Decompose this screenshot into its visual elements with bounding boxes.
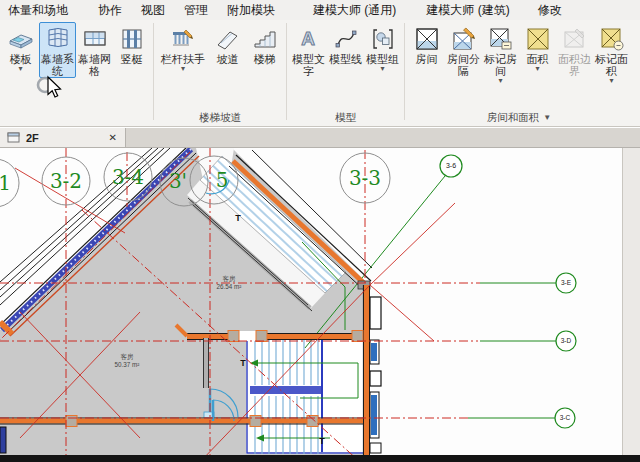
grid-bubble-3-4[interactable]: 3-4: [104, 153, 152, 201]
menu-tab-modify[interactable]: 修改: [538, 2, 562, 19]
room-icon: [414, 26, 440, 52]
grid-ref-bubbles: 3-6 3-E 3-D 3-C: [440, 155, 576, 428]
window-bottom-edge: [0, 455, 640, 462]
ribbon: 楼板 ▾ 幕墙系统: [0, 20, 640, 127]
grid-bubble-3-1[interactable]: 3-1: [0, 159, 19, 207]
menu-bar: 体量和场地 协作 视图 管理 附加模块 建模大师 (通用) 建模大师 (建筑) …: [0, 0, 640, 20]
close-icon[interactable]: ✕: [109, 132, 117, 143]
model-text-button[interactable]: A 模型文字: [290, 22, 327, 78]
tag-area-label: 标记面积: [594, 53, 629, 77]
ramp-button[interactable]: 坡道: [209, 22, 246, 66]
drawing-canvas[interactable]: T T T 客房 26.54 m² 客房 50.37 m² 3-1 3-2: [0, 148, 622, 455]
room-label: 房间: [416, 53, 438, 65]
room-area[interactable]: 26.54 m²: [217, 283, 242, 290]
ribbon-group-model: A 模型文字 模型线: [288, 20, 403, 126]
ramp-label: 坡道: [217, 53, 239, 65]
model-line-label: 模型线: [329, 53, 362, 65]
tag-room-button[interactable]: 标记房间 ▾: [482, 22, 519, 86]
ribbon-group-room-area: 房间 房间分隔: [406, 20, 632, 126]
mullion-button[interactable]: 竖梃: [113, 22, 150, 66]
tag-area-button[interactable]: 标记面积 ▾: [593, 22, 630, 86]
canvas-right-gutter: [622, 148, 640, 455]
view-tab-label: 2F: [26, 132, 39, 144]
door-tag[interactable]: T: [240, 358, 246, 368]
tag-room-label: 标记房间: [483, 53, 518, 77]
svg-text:3-3: 3-3: [349, 166, 381, 190]
room-separator-label: 房间分隔: [446, 53, 481, 77]
curtain-system-label: 幕墙系统: [40, 53, 75, 77]
grid-bubble-3-d[interactable]: 3-D: [556, 331, 576, 351]
ribbon-separator: [404, 23, 405, 120]
svg-text:3-C: 3-C: [560, 414, 571, 421]
grid-bubble-3-c[interactable]: 3-C: [555, 408, 575, 428]
area-boundary-button: 面积边界: [556, 22, 593, 78]
room-name[interactable]: 客房: [223, 275, 237, 283]
model-text-icon: A: [296, 26, 322, 52]
ribbon-separator: [286, 23, 287, 120]
svg-text:3-1: 3-1: [0, 171, 11, 195]
curtain-grid-button[interactable]: 幕墙网格: [76, 22, 113, 78]
menu-tab-massing-site[interactable]: 体量和场地: [8, 2, 68, 19]
menu-tab-modeling-master-arch[interactable]: 建模大师 (建筑): [426, 2, 509, 19]
menu-tab-modeling-master-general[interactable]: 建模大师 (通用): [313, 2, 396, 19]
menu-tab-collaborate[interactable]: 协作: [98, 2, 122, 19]
railing-icon: [170, 26, 196, 52]
menu-tab-manage[interactable]: 管理: [184, 2, 208, 19]
dropdown-arrow-icon[interactable]: ▾: [18, 65, 22, 73]
dropdown-arrow-icon[interactable]: ▾: [498, 77, 502, 85]
area-icon: [525, 26, 551, 52]
grid-bubble-3-3[interactable]: 3-3: [340, 153, 390, 203]
menu-tab-addins[interactable]: 附加模块: [227, 2, 275, 19]
svg-text:3-D: 3-D: [561, 337, 572, 344]
room-name[interactable]: 客房: [121, 353, 135, 361]
ribbon-group-room-area-label[interactable]: 房间和面积 ▼: [408, 110, 630, 126]
dropdown-arrow-icon[interactable]: ▾: [380, 65, 384, 73]
stair-label: 楼梯: [254, 53, 276, 65]
ramp-icon: [215, 26, 241, 52]
tag-area-icon: [599, 26, 625, 52]
door-tag[interactable]: T: [235, 213, 241, 223]
svg-text:3-2: 3-2: [50, 169, 82, 193]
view-tab-2f[interactable]: 2F ✕: [0, 128, 126, 147]
model-line-button[interactable]: 模型线: [327, 22, 364, 66]
svg-text:3-6: 3-6: [446, 162, 456, 169]
curtain-system-button[interactable]: 幕墙系统: [39, 22, 76, 78]
east-wall[interactable]: [364, 285, 382, 455]
model-line-icon: [333, 26, 359, 52]
curtain-system-icon: [45, 26, 71, 52]
svg-text:5: 5: [216, 168, 229, 192]
room-separator-button[interactable]: 房间分隔: [445, 22, 482, 78]
curtain-grid-label: 幕墙网格: [77, 53, 112, 77]
stair-button[interactable]: 楼梯: [246, 22, 283, 66]
view-tab-bar: 2F ✕: [0, 128, 640, 148]
grid-bubble-3-e[interactable]: 3-E: [556, 273, 576, 293]
menu-tab-view[interactable]: 视图: [141, 2, 165, 19]
floor-button[interactable]: 楼板 ▾: [2, 22, 39, 74]
grid-bubble-3-6[interactable]: 3-6: [440, 155, 462, 177]
model-group-button[interactable]: 模型组 ▾: [364, 22, 401, 74]
door-tag[interactable]: T: [319, 436, 325, 446]
railing-button[interactable]: 栏杆扶手 ▾: [157, 22, 209, 74]
floor-plan-2f: T T T 客房 26.54 m² 客房 50.37 m² 3-1 3-2: [0, 148, 622, 455]
room-area-panel-title: 房间和面积: [487, 111, 540, 125]
dropdown-arrow-icon[interactable]: ▾: [535, 65, 539, 73]
revit-window: 体量和场地 协作 视图 管理 附加模块 建模大师 (通用) 建模大师 (建筑) …: [0, 0, 640, 462]
room-button[interactable]: 房间: [408, 22, 445, 66]
ribbon-group-stairs-ramps-label: 楼梯坡道: [157, 110, 283, 126]
dropdown-arrow-icon[interactable]: ▾: [609, 77, 613, 85]
svg-text:3-E: 3-E: [561, 279, 572, 286]
curtain-grid-icon: [82, 26, 108, 52]
svg-text:3': 3': [169, 169, 187, 193]
room-area[interactable]: 50.37 m²: [115, 361, 140, 368]
ribbon-group-model-label: 模型: [290, 110, 401, 126]
area-boundary-icon: [562, 26, 588, 52]
dropdown-arrow-icon[interactable]: ▾: [181, 65, 185, 73]
tag-room-icon: [488, 26, 514, 52]
mullion-icon: [119, 26, 145, 52]
panel-dropdown-arrow-icon[interactable]: ▼: [543, 114, 551, 122]
svg-text:A: A: [301, 28, 315, 49]
ribbon-group-build-label: [2, 110, 150, 126]
mullion-label: 竖梃: [121, 53, 143, 65]
area-button[interactable]: 面积 ▾: [519, 22, 556, 74]
ribbon-group-build: 楼板 ▾ 幕墙系统: [0, 20, 152, 126]
